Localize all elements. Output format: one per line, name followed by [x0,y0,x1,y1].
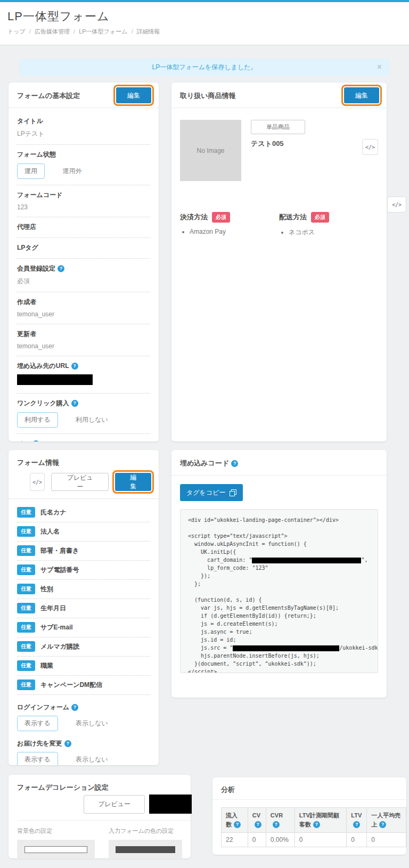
help-icon[interactable]: ? [58,265,64,272]
col-cv: CV [252,812,260,818]
form-item: 任意 法人名 [17,522,150,542]
analysis-value-row: 22 0 0.00% 0 0 0 [222,833,406,847]
basic-settings-body: タイトル LPテスト フォーム状態 運用 運用外 フォームコード 123 代理店… [9,108,159,441]
form-info-title: フォーム情報 [9,450,159,473]
optional-badge: 任意 [17,679,35,690]
embed-code-body: タグをコピー <div id="ukokkei-landing-page-con… [171,476,387,682]
embed-code-title: 埋め込みコード [180,459,229,467]
copy-icon [230,489,236,496]
form-item: 任意 生年月日 [17,599,150,618]
field-member-registration: 会員登録設定? 必須 [17,259,150,292]
analysis-header: 分析 [212,777,406,800]
val-cvr: 0.00% [266,833,295,847]
payment-column: 決済方法 必須 Amazon Pay [180,212,279,239]
form-item-label: サブE-mail [40,623,73,632]
help-icon[interactable]: ? [313,821,320,828]
login-form-toggle: ログインフォーム? 表示する 表示しない [17,703,150,731]
breadcrumb-separator: / [73,28,75,35]
field-updater: 更新者 temona_user [17,324,150,356]
field-creator-value: temona_user [17,310,150,318]
field-embed-url: 埋め込み先のURL? [17,356,150,394]
field-form-code-value: 123 [17,203,150,211]
breadcrumb-top[interactable]: トップ [7,28,26,35]
product-info-card: 取り扱い商品情報 編集 No Image 単品商品 テスト005 </> 決済方… [171,83,387,441]
field-agency: 代理店 [17,217,150,238]
help-icon[interactable]: ? [231,460,238,467]
delivery-show-chip[interactable]: 表示する [17,752,58,765]
page-header: LP一体型フォーム トップ / 広告媒体管理 / LP一体型フォーム / 詳細情… [0,0,409,45]
field-member-value: 必須 [17,277,150,286]
form-item: 任意 キャンペーンDM配信 [17,676,150,695]
help-icon[interactable]: ? [234,821,241,828]
alert-message: LP一体型フォームを保存しました。 [152,63,257,72]
form-item-label: 部署・肩書き [40,546,79,555]
optional-badge: 任意 [17,507,35,518]
help-icon[interactable]: ? [32,440,39,441]
login-form-show-chip[interactable]: 表示する [17,716,58,731]
redacted-button[interactable] [149,795,192,814]
form-item-label: 法人名 [40,527,60,536]
form-edit-button[interactable]: 編集 [115,473,151,491]
delivery-hide-chip[interactable]: 表示しない [69,752,115,765]
redacted-domain [252,558,361,563]
one-click-on-chip[interactable]: 利用する [17,412,58,428]
product-info-title: 取り扱い商品情報 [180,91,236,101]
optional-badge: 任意 [17,545,35,556]
basic-settings-title: フォームの基本設定 [17,91,80,101]
help-icon[interactable]: ? [71,400,78,407]
basic-edit-button[interactable]: 編集 [116,87,151,103]
code-icon[interactable]: </> [30,473,45,491]
decoration-toolbar: プレビュー [17,792,191,821]
status-off-chip[interactable]: 運用外 [55,164,88,178]
breadcrumb: トップ / 広告媒体管理 / LP一体型フォーム / 詳細情報 [7,28,162,36]
copy-tag-button[interactable]: タグをコピー [180,484,243,501]
bg-color-label: 背景色の設定 [17,827,95,835]
field-creator: 作成者 temona_user [17,292,150,324]
redacted-url [17,374,93,385]
bg-color-swatch [24,846,87,853]
product-info-body: No Image 単品商品 テスト005 </> 決済方法 必須 Amazon … [171,108,387,239]
page-title: LP一体型フォーム [7,9,109,24]
decoration-preview-button[interactable]: プレビュー [84,795,145,814]
optional-badge: 任意 [17,603,35,613]
input-color-swatch [116,846,175,853]
optional-badge: 任意 [17,660,35,671]
help-icon[interactable]: ? [64,740,71,747]
login-form-hide-chip[interactable]: 表示しない [69,716,115,731]
one-click-off-chip[interactable]: 利用しない [69,413,115,427]
optional-badge: 任意 [17,526,35,537]
decoration-card: フォームデコレーション設定 プレビュー 背景色の設定 入力フォームの色の設定 [9,775,191,858]
breadcrumb-lp-form[interactable]: LP一体型フォーム [79,28,127,35]
help-icon[interactable]: ? [71,704,78,711]
code-icon[interactable]: </> [387,196,406,212]
product-edit-button[interactable]: 編集 [344,87,379,103]
embed-code-card: 埋め込みコード? タグをコピー <div id="ukokkei-landing… [171,450,387,698]
help-icon[interactable]: ? [71,363,78,370]
help-icon[interactable]: ? [353,821,360,828]
form-info-toolbar: </> プレビュー 編集 [9,473,159,499]
field-status: フォーム状態 運用 運用外 [17,145,150,185]
bg-color-picker[interactable] [17,840,95,859]
breadcrumb-separator: / [131,28,133,35]
form-item: 任意 氏名カナ [17,503,150,522]
breadcrumb-ad-media[interactable]: 広告媒体管理 [35,28,70,35]
success-alert: LP一体型フォームを保存しました。 × [20,59,389,76]
code-icon[interactable]: </> [362,139,378,155]
close-icon[interactable]: × [377,62,382,72]
shipping-label: 配送方法 [279,212,307,222]
help-icon[interactable]: ? [255,821,261,828]
payment-label: 決済方法 [180,212,208,222]
field-lp-tag: LPタグ [17,238,150,259]
status-on-chip[interactable]: 運用 [17,163,45,179]
product-info-header: 取り扱い商品情報 編集 [171,83,387,108]
basic-settings-header: フォームの基本設定 編集 [9,83,159,108]
shipping-list: ネコポス [289,228,378,237]
help-icon[interactable]: ? [273,821,280,828]
decoration-colors: 背景色の設定 入力フォームの色の設定 [9,821,191,859]
field-form-code: フォームコード 123 [17,185,150,217]
input-color-picker[interactable] [109,840,182,859]
form-preview-button[interactable]: プレビュー [51,473,109,491]
form-info-body: 任意 氏名カナ 任意 法人名 任意 部署・肩書き 任意 サブ電話番号 任意 性別… [9,499,159,765]
analysis-table: 流入数? CV? CVR? LTV計測期間顧客数? LTV? 一人平均売上? 2… [221,807,406,847]
help-icon[interactable]: ? [379,821,386,828]
